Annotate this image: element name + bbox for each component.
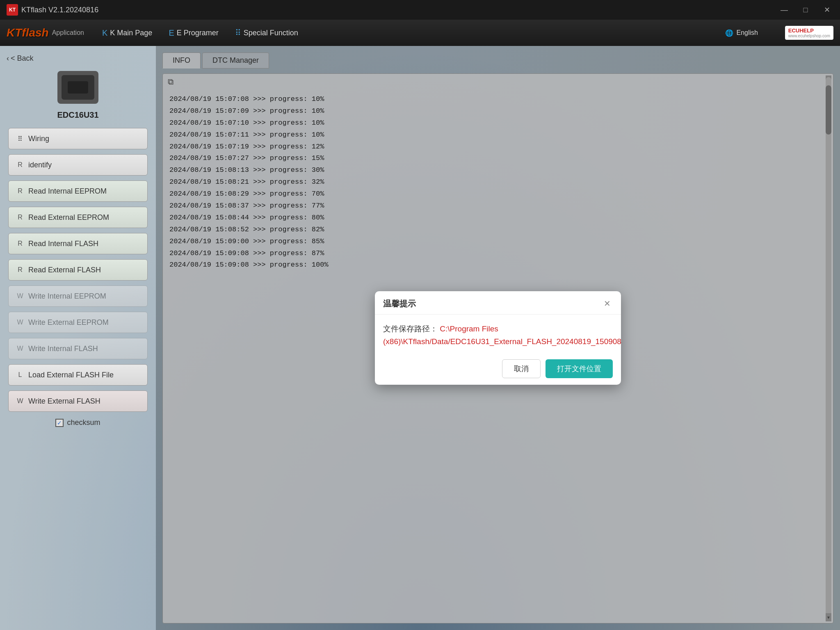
wiring-button[interactable]: ⠿ Wiring	[8, 128, 148, 149]
write-ext-flash-icon: W	[15, 397, 25, 405]
dialog-overlay: 温馨提示 ✕ 文件保存路径： C:\Program Files (x86)\KT…	[156, 46, 840, 630]
read-external-flash-button[interactable]: R Read External FLASH	[8, 259, 148, 281]
write-int-eeprom-icon: W	[15, 292, 25, 300]
dialog-header: 温馨提示 ✕	[375, 291, 621, 315]
dialog-close-button[interactable]: ✕	[601, 298, 613, 309]
write-external-eeprom-button: W Write External EEPROM	[8, 312, 148, 333]
titlebar-controls: — □ ✕	[778, 0, 833, 20]
read-external-eeprom-button[interactable]: R Read External EEPROM	[8, 207, 148, 228]
ecuhelp-brand: ECUHELP www.ecuhelpshop.com	[785, 26, 833, 40]
menubar: KTflash Application K K Main Page E E Pr…	[0, 20, 840, 46]
read-external-flash-label: Read External FLASH	[28, 266, 101, 274]
load-ext-flash-icon: L	[15, 371, 25, 379]
write-internal-eeprom-button: W Write Internal EEPROM	[8, 285, 148, 307]
read-int-eeprom-icon: R	[15, 187, 25, 195]
dialog: 温馨提示 ✕ 文件保存路径： C:\Program Files (x86)\KT…	[375, 291, 621, 385]
dialog-footer: 取消 打开文件位置	[375, 354, 621, 385]
menu-special-label: Special Function	[244, 29, 298, 37]
checksum-checkbox[interactable]: ✓	[55, 419, 64, 427]
logo-text: KTflash	[7, 26, 49, 39]
device-icon	[57, 71, 98, 104]
read-external-eeprom-label: Read External EEPROM	[28, 213, 109, 222]
app-icon: KT	[7, 4, 18, 16]
read-internal-eeprom-button[interactable]: R Read Internal EEPROM	[8, 180, 148, 202]
menu-main-page-label: K Main Page	[110, 29, 152, 37]
wiring-icon: ⠿	[15, 135, 25, 143]
dialog-body: 文件保存路径： C:\Program Files (x86)\KTflash/D…	[375, 315, 621, 354]
read-internal-eeprom-label: Read Internal EEPROM	[28, 187, 107, 196]
dialog-cancel-button[interactable]: 取消	[502, 359, 541, 378]
write-ext-eeprom-icon: W	[15, 319, 25, 326]
logo-area: KTflash Application	[7, 26, 84, 39]
dialog-message: 文件保存路径： C:\Program Files (x86)\KTflash/D…	[383, 323, 613, 348]
load-external-flash-button[interactable]: L Load External FLASH File	[8, 364, 148, 386]
programer-icon: E	[169, 28, 174, 38]
write-int-flash-icon: W	[15, 345, 25, 352]
right-panel: INFO DTC Manager ⧉ 2024/08/19 15:07:08 >…	[156, 46, 840, 630]
back-label: < Back	[11, 54, 34, 63]
write-external-flash-label: Write External FLASH	[28, 397, 100, 406]
device-name: EDC16U31	[57, 110, 98, 120]
back-button[interactable]: ‹ < Back	[7, 54, 34, 63]
write-internal-flash-label: Write Internal FLASH	[28, 345, 98, 353]
load-external-flash-label: Load External FLASH File	[28, 371, 114, 379]
menu-main-page[interactable]: K K Main Page	[94, 20, 160, 46]
read-int-flash-icon: R	[15, 240, 25, 247]
menu-special[interactable]: ⠿ Special Function	[227, 20, 306, 46]
main-content: ‹ < Back EDC16U31 ⠿ Wiring R identify R …	[0, 46, 840, 630]
identify-icon: R	[15, 161, 25, 169]
identify-button[interactable]: R identify	[8, 154, 148, 176]
read-ext-eeprom-icon: R	[15, 214, 25, 221]
checksum-label: checksum	[67, 418, 100, 427]
back-icon: ‹	[7, 54, 9, 63]
language-label: English	[737, 29, 758, 37]
write-internal-eeprom-label: Write Internal EEPROM	[28, 292, 106, 301]
read-ext-flash-icon: R	[15, 266, 25, 274]
close-button[interactable]: ✕	[820, 3, 833, 16]
globe-icon: 🌐	[725, 29, 733, 37]
dialog-open-button[interactable]: 打开文件位置	[546, 359, 613, 378]
language-selector[interactable]: 🌐 English	[725, 29, 758, 37]
titlebar: KT KTflash V2.1.20240816 — □ ✕	[0, 0, 840, 20]
wiring-label: Wiring	[28, 135, 49, 143]
read-internal-flash-button[interactable]: R Read Internal FLASH	[8, 233, 148, 254]
dialog-title: 温馨提示	[383, 298, 416, 309]
menu-programer-label: E Programer	[177, 29, 219, 37]
special-icon: ⠿	[235, 28, 241, 38]
checksum-row: ✓ checksum	[55, 418, 100, 427]
write-internal-flash-button: W Write Internal FLASH	[8, 338, 148, 359]
identify-label: identify	[28, 161, 52, 169]
write-external-eeprom-label: Write External EEPROM	[28, 318, 109, 327]
write-external-flash-button[interactable]: W Write External FLASH	[8, 390, 148, 412]
dialog-message-label: 文件保存路径：	[383, 324, 438, 333]
minimize-button[interactable]: —	[778, 3, 791, 16]
maximize-button[interactable]: □	[799, 3, 812, 16]
logo-subtext: Application	[52, 29, 84, 37]
menu-programer[interactable]: E E Programer	[160, 20, 226, 46]
main-page-icon: K	[102, 28, 107, 38]
sidebar: ‹ < Back EDC16U31 ⠿ Wiring R identify R …	[0, 46, 156, 630]
read-internal-flash-label: Read Internal FLASH	[28, 240, 98, 248]
titlebar-title: KTflash V2.1.20240816	[21, 6, 98, 14]
